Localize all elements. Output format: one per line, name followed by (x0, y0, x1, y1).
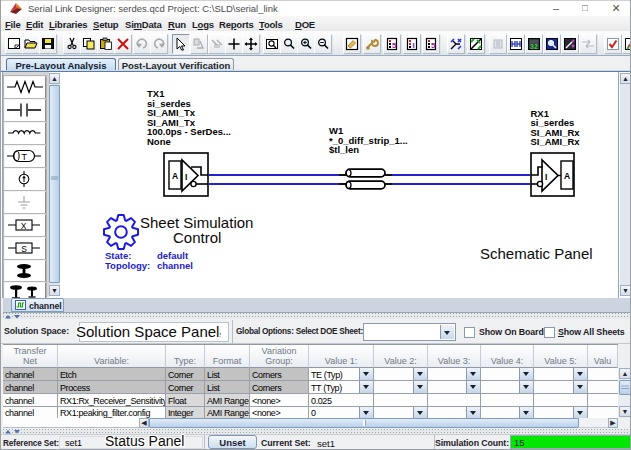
svg-text:32: 32 (530, 44, 538, 51)
svg-text:S: S (21, 243, 27, 253)
svg-text:5: 5 (431, 41, 436, 50)
svg-text:A: A (172, 171, 178, 181)
svg-text:I: I (413, 41, 415, 50)
svg-text:A: A (564, 171, 570, 181)
svg-text:T: T (22, 152, 28, 162)
svg-text:I: I (545, 172, 547, 182)
svg-text:X: X (21, 220, 27, 230)
svg-text:5: 5 (392, 41, 397, 50)
svg-text:I: I (185, 172, 187, 182)
